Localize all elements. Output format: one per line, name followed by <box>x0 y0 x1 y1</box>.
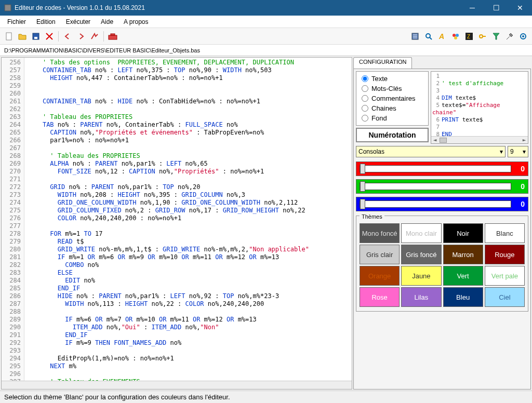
theme-noir[interactable]: Noir <box>443 223 483 243</box>
numerotation-button[interactable]: Numérotation <box>356 128 429 142</box>
file-path-bar: D:\PROGRAMMATION\BASIC\DIVERS\EDITEUR BA… <box>0 45 532 56</box>
slider-red[interactable]: 0 <box>356 162 528 176</box>
chevron-down-icon: ▾ <box>523 148 526 155</box>
theme-lilas[interactable]: Lilas <box>401 287 441 307</box>
svg-text:A: A <box>438 32 444 41</box>
theme-jaune[interactable]: Jaune <box>401 266 441 286</box>
slider-green-value: 0 <box>514 182 525 191</box>
toolbar: A Z <box>0 28 532 45</box>
svg-point-15 <box>454 36 457 39</box>
theme-bleu[interactable]: Bleu <box>443 287 483 307</box>
font-icon[interactable]: A <box>436 31 448 42</box>
menu-executer[interactable]: Exécuter <box>61 17 96 27</box>
window-titlebar: Editeur de codes - Version 1.0.1 du 15.0… <box>0 0 532 16</box>
slider-green[interactable]: 0 <box>356 179 528 194</box>
theme-marron[interactable]: Marron <box>443 245 483 264</box>
theme-vert[interactable]: Vert <box>443 266 483 286</box>
theme-orange[interactable]: Orange <box>360 266 400 286</box>
svg-rect-1 <box>6 33 11 40</box>
chevron-down-icon: ▾ <box>500 148 503 155</box>
app-icon <box>4 4 11 11</box>
svg-point-13 <box>453 34 456 37</box>
syntax-radio-group: Texte Mots-Clés Commentaires Chaines Fon… <box>356 71 429 126</box>
gear-icon[interactable] <box>517 31 529 42</box>
search-icon[interactable] <box>423 31 434 42</box>
palette-icon[interactable] <box>450 31 461 42</box>
svg-line-11 <box>430 37 432 39</box>
slider-red-track[interactable] <box>360 165 511 172</box>
preview-h-scrollbar[interactable]: ◄► <box>431 136 528 143</box>
key-icon[interactable] <box>477 31 488 42</box>
status-bar: Selection du thème 'Blanc' pour la confi… <box>0 391 532 403</box>
menu-aide[interactable]: Aide <box>96 17 118 27</box>
editor-h-scrollbar[interactable] <box>2 381 352 389</box>
svg-text:Z: Z <box>467 34 470 39</box>
terminal-icon[interactable]: Z <box>463 31 475 42</box>
font-size-select[interactable]: 9▾ <box>508 146 528 157</box>
maximize-button[interactable]: ☐ <box>484 0 508 16</box>
close-button[interactable]: ✕ <box>508 0 532 16</box>
tools-icon[interactable] <box>504 31 515 42</box>
toolbox-icon[interactable] <box>107 31 118 42</box>
code-content[interactable]: ' Tabs des options PROPRIETES, EVENEMENT… <box>24 58 352 381</box>
run-icon[interactable] <box>89 31 100 42</box>
code-editor[interactable]: 256 257 258 259 260 261 262 263 264 265 … <box>1 57 352 389</box>
slider-blue-track[interactable] <box>360 200 511 208</box>
preview-pane: 12' test d'affichage34DIM texte$5texte$=… <box>431 71 528 144</box>
theme-gris-foncé[interactable]: Gris foncé <box>401 245 441 264</box>
tab-configuration[interactable]: CONFIGURATION <box>353 57 412 69</box>
svg-rect-3 <box>34 37 37 39</box>
menu-edition[interactable]: Edition <box>31 17 61 27</box>
font-name-select[interactable]: Consolas▾ <box>356 146 506 157</box>
open-folder-icon[interactable] <box>17 31 28 42</box>
themes-label: Thèmes <box>360 213 384 220</box>
slider-blue-value: 0 <box>514 200 525 208</box>
svg-rect-4 <box>109 35 117 39</box>
radio-commentaires[interactable]: Commentaires <box>362 95 423 102</box>
redo-icon[interactable] <box>75 31 87 42</box>
radio-texte[interactable]: Texte <box>362 75 423 83</box>
radio-chaines[interactable]: Chaines <box>362 104 423 112</box>
radio-fond[interactable]: Fond <box>362 114 423 122</box>
delete-icon[interactable] <box>44 31 55 42</box>
undo-icon[interactable] <box>62 31 73 42</box>
menu-apropos[interactable]: A propos <box>118 17 153 27</box>
line-number-gutter: 256 257 258 259 260 261 262 263 264 265 … <box>2 58 24 381</box>
svg-point-18 <box>480 35 483 38</box>
save-icon[interactable] <box>30 31 42 42</box>
svg-rect-0 <box>5 5 11 11</box>
svg-point-14 <box>456 34 459 37</box>
svg-point-21 <box>522 35 524 37</box>
window-title: Editeur de codes - Version 1.0.1 du 15.0… <box>15 4 460 11</box>
funnel-icon[interactable] <box>490 31 502 42</box>
svg-point-10 <box>426 34 430 38</box>
menubar: Fichier Edition Exécuter Aide A propos <box>0 16 532 28</box>
theme-ciel[interactable]: Ciel <box>485 287 525 307</box>
minimize-button[interactable]: ─ <box>460 0 484 16</box>
theme-mono-foncé[interactable]: Mono foncé <box>360 223 400 243</box>
svg-rect-5 <box>111 34 115 35</box>
new-file-icon[interactable] <box>3 31 15 42</box>
theme-rouge[interactable]: Rouge <box>485 245 525 264</box>
theme-mono-clair[interactable]: Mono clair <box>401 223 441 243</box>
themes-group: Thèmes Mono foncéMono clairNoirBlancGris… <box>356 216 528 312</box>
file-path-text: D:\PROGRAMMATION\BASIC\DIVERS\EDITEUR BA… <box>4 47 200 53</box>
theme-gris-clair[interactable]: Gris clair <box>360 245 400 264</box>
menu-fichier[interactable]: Fichier <box>2 17 31 27</box>
slider-red-value: 0 <box>514 165 525 173</box>
theme-vert-pale[interactable]: Vert pale <box>485 266 525 286</box>
theme-rose[interactable]: Rose <box>360 287 400 307</box>
slider-green-track[interactable] <box>360 183 511 190</box>
slider-blue[interactable]: 0 <box>356 197 528 211</box>
notes-icon[interactable] <box>409 31 421 42</box>
status-text: Selection du thème 'Blanc' pour la confi… <box>4 393 230 401</box>
theme-blanc[interactable]: Blanc <box>485 223 525 243</box>
radio-motscles[interactable]: Mots-Clés <box>362 85 423 92</box>
